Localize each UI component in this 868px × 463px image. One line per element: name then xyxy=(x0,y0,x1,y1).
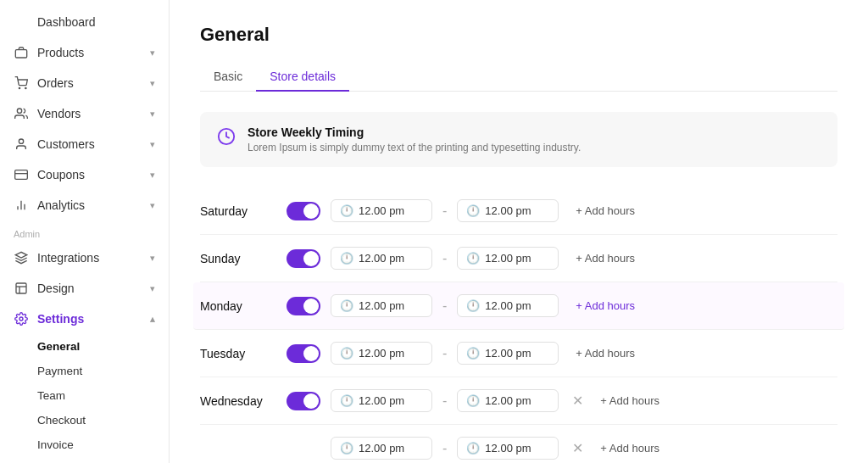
toggle-tuesday[interactable] xyxy=(287,344,320,363)
day-label-sunday: Sunday xyxy=(200,252,276,265)
sidebar-item-label: Settings xyxy=(37,312,84,326)
clock-icon: 🕛 xyxy=(340,299,353,312)
time-input-start[interactable] xyxy=(359,442,409,455)
sidebar-item-integrations[interactable]: Integrations ▾ xyxy=(0,243,169,273)
page-title: General xyxy=(200,24,837,46)
time-input-end[interactable] xyxy=(485,252,536,265)
svg-point-16 xyxy=(19,317,23,321)
schedule-table: Saturday 🕛 - 🕛 + Add hours Sunday 🕛 - xyxy=(200,187,837,463)
sidebar-sub-checkout[interactable]: Checkout xyxy=(0,408,169,432)
toggle-wednesday[interactable] xyxy=(287,392,320,410)
toggle-monday[interactable] xyxy=(287,297,320,315)
sidebar-item-label: Integrations xyxy=(37,251,99,265)
sidebar-item-label: Design xyxy=(37,282,75,295)
sidebar-item-products[interactable]: Products ▾ xyxy=(0,37,169,68)
toggle-sunday[interactable] xyxy=(287,249,320,268)
orders-icon xyxy=(14,75,29,91)
add-hours-sunday[interactable]: + Add hours xyxy=(576,252,635,265)
sidebar-item-orders[interactable]: Orders ▾ xyxy=(0,68,169,98)
time-start-wednesday-1[interactable]: 🕛 xyxy=(331,437,432,460)
clock-icon: 🕛 xyxy=(340,442,353,455)
sidebar-item-design[interactable]: Design ▾ xyxy=(0,273,169,304)
time-input-start[interactable] xyxy=(359,347,409,360)
time-end-saturday-0[interactable]: 🕛 xyxy=(457,199,559,222)
sidebar-item-settings[interactable]: Settings ▴ xyxy=(0,304,169,334)
sidebar-item-label: Dashboard xyxy=(37,15,96,29)
clock-icon: 🕛 xyxy=(466,299,480,312)
day-label-saturday: Saturday xyxy=(200,204,276,218)
time-start-tuesday-0[interactable]: 🕛 xyxy=(331,342,432,365)
sidebar-item-label: Vendors xyxy=(37,107,81,120)
sidebar-item-coupons[interactable]: Coupons ▾ xyxy=(0,159,169,190)
time-end-wednesday-1[interactable]: 🕛 xyxy=(457,437,559,460)
svg-point-8 xyxy=(19,139,23,143)
clock-icon: 🕛 xyxy=(340,347,353,360)
sidebar-item-customers[interactable]: Customers ▾ xyxy=(0,129,169,159)
add-hours-saturday[interactable]: + Add hours xyxy=(576,204,635,217)
sidebar-item-label: Orders xyxy=(37,76,74,90)
time-end-sunday-0[interactable]: 🕛 xyxy=(457,247,559,270)
svg-rect-4 xyxy=(15,50,26,58)
day-label-tuesday: Tuesday xyxy=(200,347,276,360)
sub-item-label: Team xyxy=(37,389,65,402)
clock-icon: 🕛 xyxy=(340,204,353,217)
time-input-start[interactable] xyxy=(359,394,409,407)
clock-icon: 🕛 xyxy=(466,394,480,407)
time-start-sunday-0[interactable]: 🕛 xyxy=(331,247,432,270)
schedule-row-wednesday-1: Wednesday 🕛 - 🕛 ✕ + Add hours xyxy=(200,377,837,425)
chevron-down-icon: ▾ xyxy=(150,109,155,120)
tab-basic[interactable]: Basic xyxy=(200,63,256,92)
toggle-saturday[interactable] xyxy=(287,202,320,220)
time-end-wednesday-0[interactable]: 🕛 xyxy=(457,389,559,412)
time-start-monday-0[interactable]: 🕛 xyxy=(331,294,432,317)
time-input-end[interactable] xyxy=(485,299,536,312)
add-hours-wednesday[interactable]: + Add hours xyxy=(600,394,659,407)
sidebar-item-analytics[interactable]: Analytics ▾ xyxy=(0,190,169,220)
clock-icon: 🕛 xyxy=(466,347,480,360)
time-end-monday-0[interactable]: 🕛 xyxy=(457,294,559,317)
time-input-start[interactable] xyxy=(359,204,409,217)
time-input-start[interactable] xyxy=(359,299,409,312)
time-input-end[interactable] xyxy=(485,204,536,217)
chevron-down-icon: ▾ xyxy=(150,139,155,150)
schedule-row-monday: Monday 🕛 - 🕛 + Add hours xyxy=(193,282,844,330)
chevron-up-icon: ▴ xyxy=(150,314,155,325)
schedule-row-wednesday-2: 🕛 - 🕛 ✕ + Add hours xyxy=(200,425,837,463)
clock-icon: 🕛 xyxy=(466,252,480,265)
analytics-icon xyxy=(14,198,29,213)
card-description: Lorem Ipsum is simply dummy text of the … xyxy=(248,142,581,153)
schedule-row-tuesday: Tuesday 🕛 - 🕛 + Add hours xyxy=(200,330,837,377)
time-end-tuesday-0[interactable]: 🕛 xyxy=(457,342,559,365)
sub-item-label: Checkout xyxy=(37,414,86,427)
tab-store-details[interactable]: Store details xyxy=(256,63,349,92)
schedule-row-sunday: Sunday 🕛 - 🕛 + Add hours xyxy=(200,235,837,282)
sidebar-sub-team[interactable]: Team xyxy=(0,383,169,408)
sidebar-sub-seo[interactable]: SEO xyxy=(0,457,169,463)
clock-icon: 🕛 xyxy=(340,394,353,407)
clock-icon: 🕛 xyxy=(466,204,480,217)
time-input-end[interactable] xyxy=(485,347,536,360)
sidebar-item-label: Analytics xyxy=(37,198,85,212)
sidebar-sub-payment[interactable]: Payment xyxy=(0,359,169,383)
sidebar-item-dashboard[interactable]: Dashboard xyxy=(0,7,169,37)
time-input-end[interactable] xyxy=(485,442,536,455)
time-input-end[interactable] xyxy=(485,394,536,407)
remove-slot-wednesday-0[interactable]: ✕ xyxy=(572,393,583,409)
add-hours-tuesday[interactable]: + Add hours xyxy=(576,347,635,360)
sidebar-item-label: Customers xyxy=(37,137,95,151)
card-title: Store Weekly Timing xyxy=(248,126,581,139)
time-separator: - xyxy=(442,393,447,409)
sidebar-sub-invoice[interactable]: Invoice xyxy=(0,432,169,457)
add-hours-monday[interactable]: + Add hours xyxy=(576,299,635,312)
sidebar-sub-general[interactable]: General xyxy=(0,334,169,359)
remove-slot-wednesday-1[interactable]: ✕ xyxy=(572,440,583,456)
add-hours-wednesday-2[interactable]: + Add hours xyxy=(600,442,659,455)
time-input-start[interactable] xyxy=(359,252,409,265)
customers-icon xyxy=(14,137,29,152)
coupons-icon xyxy=(14,167,29,182)
time-start-wednesday-0[interactable]: 🕛 xyxy=(331,389,432,412)
sidebar-item-vendors[interactable]: Vendors ▾ xyxy=(0,98,169,129)
svg-marker-14 xyxy=(15,252,26,258)
chevron-down-icon: ▾ xyxy=(150,78,155,89)
time-start-saturday-0[interactable]: 🕛 xyxy=(331,199,432,222)
